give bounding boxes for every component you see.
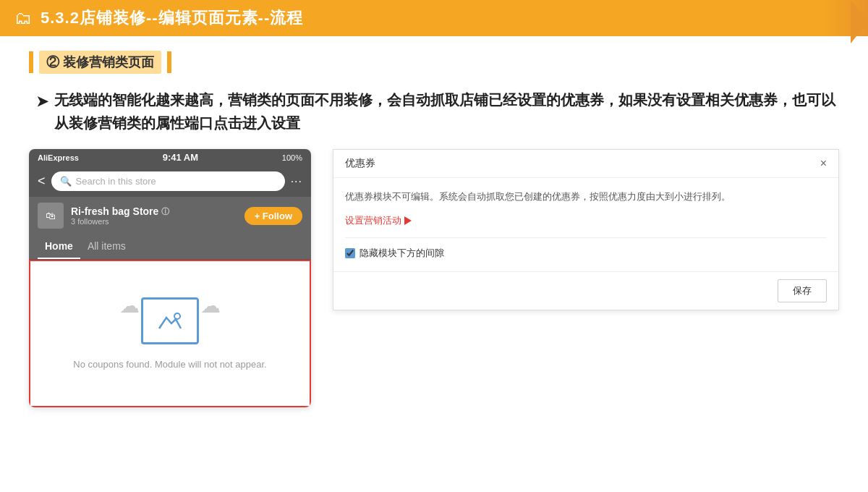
header-title: 5.3.2店铺装修--编辑页面元素--流程 — [41, 7, 303, 29]
image-frame — [141, 297, 199, 344]
store-name: Ri-fresh bag Store ⓘ — [71, 205, 237, 217]
header-icon: 🗂 — [14, 8, 32, 28]
coupon-panel: 优惠券 × 优惠券模块不可编辑。系统会自动抓取您已创建的优惠券，按照优惠力度由大… — [333, 149, 839, 310]
section-label: ② 装修营销类页面 — [39, 51, 161, 74]
store-name-section: Ri-fresh bag Store ⓘ 3 followers — [71, 205, 237, 226]
more-button[interactable]: ··· — [291, 175, 302, 188]
phone-mockup: AliExpress 9:41 AM 100% < 🔍 Search in th… — [29, 149, 311, 407]
image-placeholder-icon: ☁ ☁ — [141, 297, 199, 344]
battery-text: 100% — [282, 153, 302, 162]
panel-footer: 保存 — [333, 271, 838, 310]
header-arrow-decoration — [851, 0, 868, 43]
store-info-icon: ⓘ — [161, 206, 169, 217]
cloud-left-icon: ☁ — [119, 294, 140, 318]
header-bar: 🗂 5.3.2店铺装修--编辑页面元素--流程 — [0, 0, 868, 36]
panel-title: 优惠券 — [345, 157, 375, 170]
search-box[interactable]: 🔍 Search in this store — [51, 171, 285, 191]
section-heading: ② 装修营销类页面 — [29, 51, 839, 74]
mountain-icon — [156, 310, 184, 332]
section-bar-right — [167, 51, 171, 73]
phone-status-bar: AliExpress 9:41 AM 100% — [29, 149, 311, 166]
section-bar-left — [29, 51, 33, 73]
phone-search-area: < 🔍 Search in this store ··· — [29, 166, 311, 197]
save-button[interactable]: 保存 — [778, 279, 827, 302]
panel-description: 优惠券模块不可编辑。系统会自动抓取您已创建的优惠券，按照优惠力度由大到小进行排列… — [345, 190, 827, 205]
no-coupon-text: No coupons found. Module will not not ap… — [73, 359, 266, 370]
bullet-section: ➤ 无线端的智能化越来越高，营销类的页面不用装修，会自动抓取店铺已经设置的优惠券… — [29, 88, 839, 135]
panel-body: 优惠券模块不可编辑。系统会自动抓取您已创建的优惠券，按照优惠力度由大到小进行排列… — [333, 178, 838, 271]
bullet-arrow-icon: ➤ — [36, 90, 48, 113]
phone-content-area: ☁ ☁ No coupons found. Module will not no… — [29, 260, 311, 407]
search-icon: 🔍 — [60, 176, 72, 187]
set-marketing-link-text: 设置营销活动 — [345, 214, 401, 227]
panel-close-button[interactable]: × — [820, 157, 827, 170]
search-placeholder-text: Search in this store — [76, 176, 156, 187]
link-arrow-icon — [404, 216, 412, 225]
demo-container: AliExpress 9:41 AM 100% < 🔍 Search in th… — [29, 149, 839, 407]
set-marketing-link[interactable]: 设置营销活动 — [345, 214, 412, 227]
carrier-text: AliExpress — [38, 153, 79, 162]
panel-checkbox-row: 隐藏模块下方的间隙 — [345, 237, 827, 260]
bullet-text: ➤ 无线端的智能化越来越高，营销类的页面不用装修，会自动抓取店铺已经设置的优惠券… — [36, 88, 839, 135]
store-logo: 🛍 — [38, 203, 64, 229]
phone-nav: Home All items — [29, 234, 311, 260]
bullet-content: 无线端的智能化越来越高，营销类的页面不用装修，会自动抓取店铺已经设置的优惠券，如… — [54, 88, 839, 135]
store-info-bar: 🛍 Ri-fresh bag Store ⓘ 3 followers + Fol… — [29, 197, 311, 234]
panel-header: 优惠券 × — [333, 150, 838, 178]
tab-home[interactable]: Home — [38, 234, 80, 259]
follow-button[interactable]: + Follow — [244, 207, 302, 225]
svg-point-1 — [174, 313, 180, 319]
cloud-right-icon: ☁ — [200, 294, 221, 318]
store-followers: 3 followers — [71, 217, 237, 226]
store-name-text: Ri-fresh bag Store — [71, 205, 158, 217]
hide-gap-label: 隐藏模块下方的间隙 — [359, 247, 444, 260]
hide-gap-checkbox[interactable] — [345, 248, 355, 258]
tab-all-items[interactable]: All items — [80, 234, 133, 259]
back-button[interactable]: < — [38, 174, 46, 189]
time-text: 9:41 AM — [163, 152, 198, 163]
coupon-placeholder: ☁ ☁ No coupons found. Module will not no… — [30, 261, 310, 406]
main-content: ② 装修营销类页面 ➤ 无线端的智能化越来越高，营销类的页面不用装修，会自动抓取… — [0, 36, 868, 422]
